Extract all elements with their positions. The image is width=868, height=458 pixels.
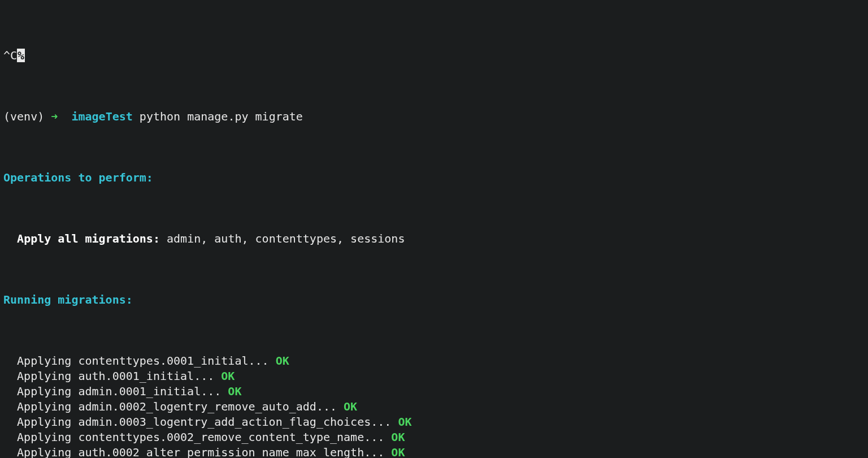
venv-label: (venv) [3, 110, 44, 123]
migration-applying-text: Applying auth.0001_initial... [17, 369, 214, 383]
migration-applying-text: Applying admin.0002_logentry_remove_auto… [17, 400, 337, 413]
migration-applying-text: Applying admin.0001_initial... [17, 384, 221, 398]
migration-ok-status: OK [384, 430, 405, 444]
migration-line: Applying admin.0003_logentry_add_action_… [3, 414, 865, 430]
migration-ok-status: OK [221, 384, 241, 398]
migration-line: Applying admin.0001_initial... OK [3, 384, 865, 399]
migration-applying-text: Applying admin.0003_logentry_add_action_… [17, 415, 391, 429]
cwd-label: imageTest [71, 110, 132, 123]
migration-applying-text: Applying contenttypes.0001_initial... [17, 354, 269, 368]
command-migrate: python manage.py migrate [140, 110, 303, 123]
prompt-line-migrate: (venv) ➜ imageTest python manage.py migr… [3, 109, 865, 124]
interrupt-line: ^C% [3, 48, 865, 63]
migration-ok-status: OK [269, 354, 289, 368]
migration-applying-text: Applying contenttypes.0002_remove_conten… [17, 430, 384, 444]
apply-all-label: Apply all migrations: [17, 232, 160, 245]
terminal[interactable]: ^C% (venv) ➜ imageTest python manage.py … [0, 0, 868, 458]
apply-all-line: Apply all migrations: admin, auth, conte… [3, 231, 865, 247]
migration-line: Applying auth.0001_initial... OK [3, 369, 865, 384]
migration-line: Applying contenttypes.0002_remove_conten… [3, 430, 865, 445]
migration-ok-status: OK [337, 400, 357, 413]
migration-line: Applying admin.0002_logentry_remove_auto… [3, 399, 865, 414]
migration-line: Applying auth.0002_alter_permission_name… [3, 445, 865, 458]
migration-ok-status: OK [391, 415, 411, 429]
migration-line: Applying contenttypes.0001_initial... OK [3, 353, 865, 369]
pct-glyph: % [17, 49, 25, 62]
migrations-list: Applying contenttypes.0001_initial... OK… [3, 353, 865, 458]
prompt-arrow-icon: ➜ [51, 110, 58, 123]
migration-ok-status: OK [214, 369, 235, 383]
migration-applying-text: Applying auth.0002_alter_permission_name… [17, 446, 384, 458]
operations-header: Operations to perform: [3, 170, 865, 185]
running-header: Running migrations: [3, 292, 865, 308]
apply-all-targets: admin, auth, contenttypes, sessions [160, 232, 405, 245]
migration-ok-status: OK [384, 446, 405, 458]
ctrl-c-text: ^C [3, 49, 17, 62]
